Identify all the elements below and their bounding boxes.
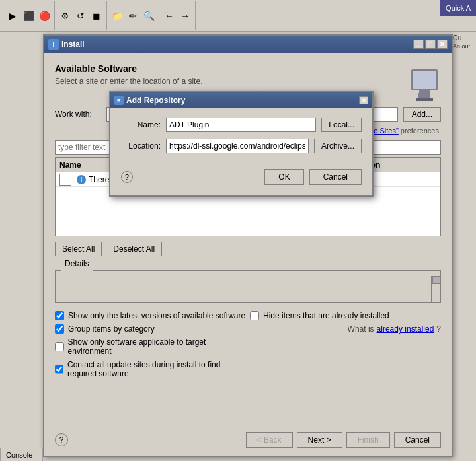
details-group: Details [55,264,441,303]
info-icon: i [77,175,86,184]
local-button[interactable]: Local... [321,118,362,132]
cb-group-by-category-label: Group items by category [68,324,155,334]
cb-latest-versions[interactable] [55,311,64,320]
repo-cancel-button[interactable]: Cancel [309,169,362,185]
toolbar-btn-11[interactable]: → [178,9,192,23]
minimize-button[interactable]: _ [413,40,424,49]
dialog-footer: ? < Back Next > Finish Cancel [44,423,452,456]
what-installed-row: What is already installed? [250,324,441,334]
available-software-title: Available Software [55,63,202,74]
back-button[interactable]: < Back [246,432,293,448]
table-actions: Select All Deselect All [55,242,441,256]
toolbar: ▶ ⬛ 🔴 ⚙ ↺ ◼ 📁 ✏ 🔍 ← → Quick A [0,0,476,32]
repo-name-label: Name: [121,120,161,129]
details-scrollbar[interactable] [431,276,440,302]
toolbar-section-4: ← → [159,1,196,30]
archive-button[interactable]: Archive... [314,139,362,153]
repo-location-row: Location: Archive... [121,139,362,153]
right-panel: Ou An out [450,32,476,461]
available-software-subtitle: Select a site or enter the location of a… [55,77,202,86]
repo-body: Name: Local... Location: Archive... [110,108,372,169]
repo-close-button[interactable]: ✕ [359,96,368,104]
monitor-stand [418,93,430,98]
toolbar-btn-6[interactable]: ◼ [89,9,104,23]
help-icon[interactable]: ? [55,433,68,446]
cb-hide-installed[interactable] [250,311,259,320]
console-tab[interactable]: Console [0,448,43,461]
checkbox-row-4: Contact all update sites during install … [55,360,246,378]
repo-location-label: Location: [121,141,161,151]
row-checkbox[interactable] [60,174,71,186]
cb-hide-installed-label: Hide items that are already installed [263,311,389,320]
details-legend: Details [61,258,93,269]
toolbar-section-2: ⚙ ↺ ◼ [55,1,107,30]
checkbox-row-3: Show only software applicable to target … [55,337,246,356]
finish-button[interactable]: Finish [346,432,390,448]
right-panel-sublabel: An out [453,43,473,50]
toolbar-btn-8[interactable]: ✏ [126,9,140,23]
checkbox-row-hide-installed: Hide items that are already installed [250,311,441,320]
maximize-button[interactable]: □ [425,40,436,49]
repo-name-input[interactable] [166,118,316,132]
details-content [56,276,440,302]
deselect-all-button[interactable]: Deselect All [106,242,162,256]
toolbar-btn-4[interactable]: ⚙ [58,9,72,23]
toolbar-section-3: 📁 ✏ 🔍 [107,1,159,30]
repo-footer: ? OK Cancel [110,169,372,192]
checkboxes-section: Show only the latest versions of availab… [55,311,441,378]
what-installed-prefix: What is [348,324,374,334]
monitor-base [416,98,433,101]
cancel-button[interactable]: Cancel [394,432,441,448]
select-all-button[interactable]: Select All [55,242,102,256]
already-installed-link[interactable]: already installed [377,324,434,334]
toolbar-btn-7[interactable]: 📁 [110,9,124,23]
cb-latest-versions-label: Show only the latest versions of availab… [68,311,245,320]
next-button[interactable]: Next > [297,432,342,448]
cb-contact-update-sites[interactable] [55,365,63,374]
what-installed-suffix: ? [436,324,441,334]
cb-contact-update-sites-label: Contact all update sites during install … [67,360,246,378]
find-more-suffix: preferences. [399,127,441,135]
titlebar-buttons: _ □ ✕ [413,40,448,49]
checkbox-row-1: Show only the latest versions of availab… [55,311,246,320]
repo-help-icon[interactable]: ? [121,171,133,183]
table-row-text: There [89,175,109,184]
monitor-icon [411,69,438,90]
close-button[interactable]: ✕ [437,40,448,49]
quick-access-label: Quick A [446,4,471,12]
repo-titlebar-left: R Add Repository [114,96,185,105]
workwith-label: Work with: [55,110,101,119]
add-repo-dialog: R Add Repository ✕ Name: Local... Locati… [109,91,374,197]
console-tab-label: Console [6,451,32,459]
toolbar-btn-1[interactable]: ▶ [5,9,20,23]
cb-applicable-to-target-label: Show only software applicable to target … [68,337,246,356]
toolbar-btn-5[interactable]: ↺ [73,9,88,23]
install-dialog-icon: I [48,39,59,50]
toolbar-btn-10[interactable]: ← [162,9,177,23]
repo-titlebar: R Add Repository ✕ [110,92,372,108]
toolbar-btn-3[interactable]: 🔴 [37,9,52,23]
right-panel-label: Ou [453,34,473,42]
footer-left: ? [55,433,68,446]
header-text: Available Software Select a site or ente… [55,63,202,86]
repo-footer-buttons: OK Cancel [264,169,362,185]
cb-applicable-to-target[interactable] [55,342,64,351]
repo-titlebar-icon: R [114,96,124,105]
repo-dialog-title: Add Repository [126,96,185,105]
install-dialog-titlebar: I Install _ □ ✕ [44,36,452,53]
toolbar-btn-2[interactable]: ⬛ [21,9,36,23]
dialog-header-icon [408,63,441,96]
toolbar-section-1: ▶ ⬛ 🔴 [3,1,55,30]
repo-ok-button[interactable]: OK [264,169,303,185]
repo-location-input[interactable] [166,139,309,153]
cb-group-by-category[interactable] [55,324,64,334]
scrollbar-thumb[interactable] [432,276,440,284]
quick-access-panel: Quick A [440,0,476,16]
footer-right: < Back Next > Finish Cancel [246,432,441,448]
repo-name-row: Name: Local... [121,118,362,132]
checkbox-row-2: Group items by category [55,324,246,334]
add-button[interactable]: Add... [403,107,441,122]
install-dialog-title: Install [61,40,85,49]
toolbar-btn-9[interactable]: 🔍 [141,9,156,23]
